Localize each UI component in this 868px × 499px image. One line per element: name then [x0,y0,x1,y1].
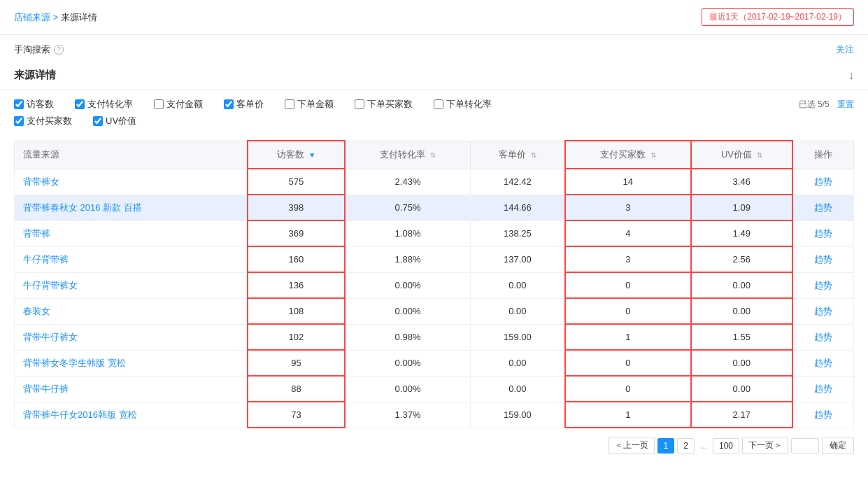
cell-trend[interactable]: 趋势 [792,402,854,428]
page-container: 店铺来源 > 来源详情 最近1天（2017-02-19~2017-02-19） … [0,0,868,499]
cell-buyers: 0 [565,350,691,376]
cell-unitprice: 138.25 [471,220,565,246]
cell-uvvalue: 2.56 [691,246,792,272]
cell-source[interactable]: 背带裤女 [15,169,248,195]
cell-trend[interactable]: 趋势 [792,169,854,195]
cell-buyers: 0 [565,272,691,298]
cell-unitprice: 0.00 [471,298,565,324]
checkbox-visitors[interactable]: 访客数 [14,98,54,111]
cell-conversion: 0.75% [345,195,470,220]
checkbox-orderbuyers[interactable]: 下单买家数 [355,98,413,111]
checkbox-payment[interactable]: 支付金额 [154,98,203,111]
table-body: 背带裤女5752.43%142.42143.46趋势背带裤春秋女 2016 新款… [15,169,854,428]
th-buyers[interactable]: 支付买家数 ⇅ [565,141,691,169]
table-row: 背带牛仔裤880.00%0.0000.00趋势 [15,376,854,402]
section-title: 来源详情 [14,69,56,82]
download-icon[interactable]: ↓ [848,69,854,82]
th-uvvalue[interactable]: UV价值 ⇅ [691,141,792,169]
cell-uvvalue: 0.00 [691,272,792,298]
page-100-button[interactable]: 100 [713,438,739,454]
cell-uvvalue: 0.00 [691,298,792,324]
cell-source[interactable]: 春装女 [15,298,248,324]
help-icon[interactable]: ? [54,45,64,55]
cell-buyers: 1 [565,324,691,350]
cell-uvvalue: 1.55 [691,324,792,350]
cell-source[interactable]: 背带裤 [15,220,248,246]
cell-visitors: 108 [248,298,345,324]
cell-conversion: 0.98% [345,324,470,350]
section-title-row: 来源详情 ↓ [0,62,868,90]
prev-page-button[interactable]: ＜上一页 [609,437,655,454]
checkbox-paybuyers[interactable]: 支付买家数 [14,115,72,127]
th-visitors[interactable]: 访客数 ▼ [248,141,345,169]
cell-source[interactable]: 背带裤牛仔女2016韩版 宽松 [15,402,248,428]
table-row: 春装女1080.00%0.0000.00趋势 [15,298,854,324]
th-conversion[interactable]: 支付转化率 ⇅ [345,141,470,169]
table-row: 牛仔背带裤1601.88%137.0032.56趋势 [15,246,854,272]
header: 店铺来源 > 来源详情 最近1天（2017-02-19~2017-02-19） [0,0,868,35]
th-source: 流量来源 [15,141,248,169]
cell-trend[interactable]: 趋势 [792,220,854,246]
cell-trend[interactable]: 趋势 [792,195,854,220]
cell-conversion: 0.00% [345,376,470,402]
cell-buyers: 3 [565,246,691,272]
cell-visitors: 398 [248,195,345,220]
page-1-button[interactable]: 1 [657,438,675,454]
cell-source[interactable]: 背带裤女冬学生韩版 宽松 [15,350,248,376]
checkbox-orderconversion[interactable]: 下单转化率 [434,98,492,111]
cell-visitors: 88 [248,376,345,402]
cell-conversion: 2.43% [345,169,470,195]
page-jump-input[interactable] [791,438,819,454]
pagination: ＜上一页 1 2 ... 100 下一页＞ 确定 [0,428,868,463]
table-row: 背带裤女5752.43%142.42143.46趋势 [15,169,854,195]
cell-trend[interactable]: 趋势 [792,246,854,272]
cell-trend[interactable]: 趋势 [792,350,854,376]
checkbox-unitprice[interactable]: 客单价 [224,98,264,111]
cell-trend[interactable]: 趋势 [792,324,854,350]
cell-visitors: 575 [248,169,345,195]
table-row: 背带牛仔裤女1020.98%159.0011.55趋势 [15,324,854,350]
sort-buyers-icon: ⇅ [650,151,656,159]
next-page-button[interactable]: 下一页＞ [742,437,788,454]
cell-trend[interactable]: 趋势 [792,376,854,402]
cell-visitors: 136 [248,272,345,298]
th-unitprice[interactable]: 客单价 ⇅ [471,141,565,169]
checkbox-uvvalue[interactable]: UV价值 [93,115,136,127]
cell-uvvalue: 3.46 [691,169,792,195]
breadcrumb: 店铺来源 > 来源详情 [14,11,97,24]
cell-conversion: 1.37% [345,402,470,428]
cell-conversion: 0.00% [345,272,470,298]
table-container: 流量来源 访客数 ▼ 支付转化率 ⇅ 客单价 ⇅ 支付买 [0,140,868,428]
table-header-row: 流量来源 访客数 ▼ 支付转化率 ⇅ 客单价 ⇅ 支付买 [15,141,854,169]
cell-visitors: 95 [248,350,345,376]
cell-uvvalue: 1.09 [691,195,792,220]
checkbox-orderamt[interactable]: 下单金额 [285,98,334,111]
cell-unitprice: 159.00 [471,324,565,350]
cell-visitors: 160 [248,246,345,272]
sort-conversion-icon: ⇅ [430,151,436,159]
table-row: 背带裤3691.08%138.2541.49趋势 [15,220,854,246]
cell-uvvalue: 1.49 [691,220,792,246]
date-range-badge[interactable]: 最近1天（2017-02-19~2017-02-19） [702,8,854,26]
cell-source[interactable]: 牛仔背带裤 [15,246,248,272]
follow-button[interactable]: 关注 [836,43,854,56]
breadcrumb-root[interactable]: 店铺来源 [14,12,50,22]
table-row: 背带裤春秋女 2016 新款 百搭3980.75%144.6631.09趋势 [15,195,854,220]
cell-source[interactable]: 背带牛仔裤 [15,376,248,402]
search-label-text: 手淘搜索 [14,43,50,56]
cell-trend[interactable]: 趋势 [792,298,854,324]
table-row: 背带裤女冬学生韩版 宽松950.00%0.0000.00趋势 [15,350,854,376]
page-confirm-button[interactable]: 确定 [822,437,854,454]
cell-unitprice: 144.66 [471,195,565,220]
page-2-button[interactable]: 2 [677,438,695,454]
cell-conversion: 1.88% [345,246,470,272]
cell-source[interactable]: 背带裤春秋女 2016 新款 百搭 [15,195,248,220]
reset-button[interactable]: 重置 [837,99,854,109]
selected-info: 已选 5/5 重置 [799,99,854,111]
cell-visitors: 102 [248,324,345,350]
cell-source[interactable]: 背带牛仔裤女 [15,324,248,350]
cell-unitprice: 0.00 [471,376,565,402]
checkbox-conversion[interactable]: 支付转化率 [75,98,133,111]
cell-source[interactable]: 牛仔背带裤女 [15,272,248,298]
cell-trend[interactable]: 趋势 [792,272,854,298]
